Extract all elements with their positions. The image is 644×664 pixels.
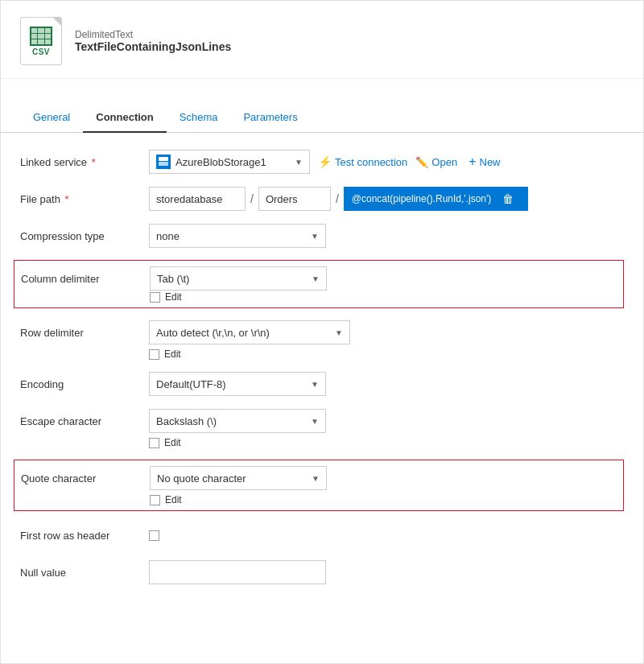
row-delimiter-edit-row: Edit [149,348,181,360]
delete-concat-button[interactable]: 🗑 [496,187,520,211]
dataset-name: TextFileContainingJsonLines [75,40,231,53]
row-delimiter-controls: Auto detect (\r,\n, or \r\n) ▼ [149,320,624,344]
page-container: CSV DelimitedText TextFileContainingJson… [0,0,644,664]
chevron-down-icon: ▼ [312,474,320,483]
linked-service-select[interactable]: AzureBlobStorage1 ▼ [149,150,310,174]
csv-grid-graphic [30,27,52,46]
storage-icon [156,155,171,169]
column-delimiter-select[interactable]: Tab (\t) ▼ [150,266,327,291]
chevron-down-icon: ▼ [311,417,319,426]
quote-character-controls: No quote character ▼ [150,466,617,490]
null-value-label: Null value [20,567,149,579]
required-star-fp: * [62,193,69,205]
linked-service-row: Linked service * AzureBlobStorage1 ▼ [20,149,624,175]
plus-icon: + [469,155,476,169]
path-separator-2: / [336,192,339,205]
quote-character-highlighted: Quote character No quote character ▼ Edi… [14,460,624,511]
encoding-row: Encoding Default(UTF-8) ▼ [20,371,624,397]
escape-character-section: Escape character Backslash (\) ▼ Edit [20,408,624,448]
row-delimiter-select[interactable]: Auto detect (\r,\n, or \r\n) ▼ [149,320,350,344]
compression-type-row: Compression type none ▼ [20,223,624,249]
row-delimiter-row: Row delimiter Auto detect (\r,\n, or \r\… [20,320,624,345]
content-area: Linked service * AzureBlobStorage1 ▼ [1,133,643,612]
compression-type-controls: none ▼ [149,224,624,248]
encoding-controls: Default(UTF-8) ▼ [149,372,624,396]
quote-character-edit-row: Edit [150,494,182,505]
quote-character-edit-label: Edit [165,494,182,505]
new-button[interactable]: + New [469,155,500,169]
file-path-label: File path * [20,193,149,205]
open-link[interactable]: ✏️ Open [415,156,457,168]
escape-character-edit-checkbox[interactable] [149,438,159,448]
linked-service-label: Linked service * [20,156,149,168]
test-connection-icon: ⚡ [318,155,332,168]
row-delimiter-edit-checkbox[interactable] [149,349,159,360]
quote-character-label: Quote character [21,472,150,485]
dataset-type: DelimitedText [75,29,231,40]
column-delimiter-controls: Tab (\t) ▼ [150,266,617,291]
chevron-down-icon: ▼ [295,158,303,167]
file-path-inputs: / / @concat(pipeline().RunId,'.json') 🗑 [149,187,528,211]
column-delimiter-edit-label: Edit [165,291,182,303]
null-value-row: Null value [20,559,624,585]
row-delimiter-edit-label: Edit [164,348,181,360]
file-path-input-1[interactable] [149,187,246,211]
quote-character-row: Quote character No quote character ▼ [21,465,617,491]
header-text: DelimitedText TextFileContainingJsonLine… [75,29,231,53]
null-value-input[interactable] [149,560,326,584]
escape-character-edit-label: Edit [164,437,181,448]
svg-rect-1 [159,162,168,166]
linked-service-controls: AzureBlobStorage1 ▼ ⚡ Test connection ✏️… [149,150,624,174]
tab-schema[interactable]: Schema [167,103,231,133]
first-row-header-checkbox[interactable] [149,530,159,541]
chevron-down-icon: ▼ [312,274,320,283]
path-separator-1: / [250,192,254,205]
column-delimiter-row: Column delimiter Tab (\t) ▼ [21,266,617,291]
encoding-select[interactable]: Default(UTF-8) ▼ [149,372,326,396]
csv-label: CSV [32,47,50,56]
column-delimiter-highlighted: Column delimiter Tab (\t) ▼ Edit [14,260,624,308]
chevron-down-icon: ▼ [311,380,319,389]
open-icon: ✏️ [415,156,428,168]
escape-character-label: Escape character [20,415,149,427]
encoding-label: Encoding [20,378,149,390]
column-delimiter-label: Column delimiter [21,273,150,285]
file-path-controls: / / @concat(pipeline().RunId,'.json') 🗑 [149,187,624,211]
file-path-row: File path * / / @concat(pipeline().RunId… [20,186,624,212]
tab-parameters[interactable]: Parameters [230,103,310,133]
column-delimiter-edit-row: Edit [150,291,182,303]
compression-type-select[interactable]: none ▼ [149,224,326,248]
chevron-down-icon: ▼ [311,232,319,241]
column-delimiter-edit-checkbox[interactable] [150,292,160,303]
tab-bar: General Connection Schema Parameters [1,103,643,133]
csv-file-icon: CSV [20,17,62,65]
first-row-header-controls [149,530,624,541]
test-connection-link[interactable]: ⚡ Test connection [318,155,407,168]
file-path-input-2[interactable] [258,187,331,211]
tab-connection[interactable]: Connection [83,103,167,133]
first-row-header-label: First row as header [20,530,149,542]
row-delimiter-section: Row delimiter Auto detect (\r,\n, or \r\… [20,320,624,360]
chevron-down-icon: ▼ [335,328,343,337]
tab-general[interactable]: General [20,103,83,133]
escape-character-edit-row: Edit [149,437,181,448]
row-delimiter-label: Row delimiter [20,327,149,339]
concat-field[interactable]: @concat(pipeline().RunId,'.json') 🗑 [344,187,529,211]
required-star: * [89,156,96,168]
svg-rect-0 [159,157,168,161]
escape-character-select[interactable]: Backslash (\) ▼ [149,409,326,433]
quote-character-select[interactable]: No quote character ▼ [150,466,327,490]
escape-character-controls: Backslash (\) ▼ [149,409,624,433]
null-value-controls [149,560,624,584]
header: CSV DelimitedText TextFileContainingJson… [1,1,643,79]
escape-character-row: Escape character Backslash (\) ▼ [20,408,624,434]
first-row-header-row: First row as header [20,522,624,548]
quote-character-edit-checkbox[interactable] [150,495,160,505]
compression-type-label: Compression type [20,230,149,242]
